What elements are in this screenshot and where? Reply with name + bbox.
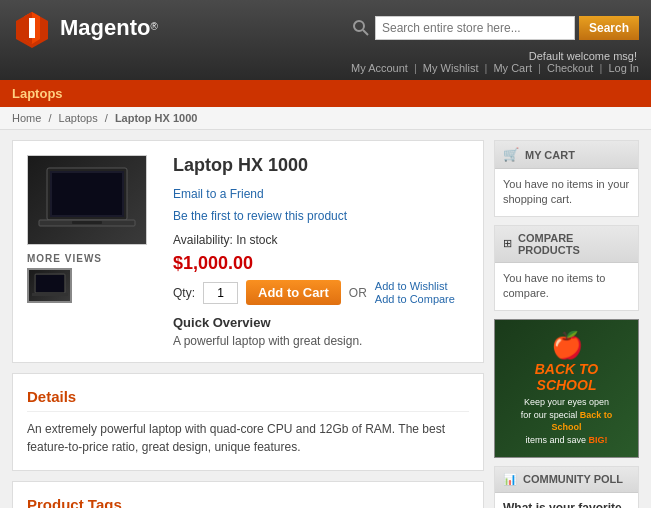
poll-box: 📊 COMMUNITY POLL What is your favorite c… (494, 466, 639, 508)
compare-header: ⊞ COMPARE PRODUCTS (495, 226, 638, 263)
svg-line-5 (363, 30, 368, 35)
header-links: Default welcome msg! My Account | My Wis… (12, 50, 639, 74)
search-icon (353, 20, 369, 36)
svg-rect-3 (29, 18, 35, 38)
my-cart-link[interactable]: My Cart (493, 62, 532, 74)
welcome-msg: Default welcome msg! (529, 50, 637, 62)
header: Magento® Search Default welcome msg! My … (0, 0, 651, 80)
product-layout: MORE VIEWS Laptop HX 1000 Email to a Fri… (27, 155, 469, 348)
cart-icon: 🛒 (503, 147, 519, 162)
poll-content: What is your favorite color Green Red Bl… (495, 493, 638, 508)
svg-rect-12 (36, 275, 64, 292)
more-views-label: MORE VIEWS (27, 253, 157, 264)
main-product-image (27, 155, 147, 245)
my-cart-box: 🛒 MY CART You have no items in your shop… (494, 140, 639, 217)
thumbnail-laptop-icon (31, 272, 69, 300)
quick-overview-title: Quick Overview (173, 315, 469, 330)
svg-point-4 (354, 21, 364, 31)
product-info: Laptop HX 1000 Email to a Friend Be the … (173, 155, 469, 348)
my-cart-content: You have no items in your shopping cart. (495, 169, 638, 216)
breadcrumb-laptops[interactable]: Laptops (59, 112, 98, 124)
promo-title: BACK TO SCHOOL (505, 361, 628, 395)
tags-title: Product Tags (27, 496, 469, 508)
my-wishlist-link[interactable]: My Wishlist (423, 62, 479, 74)
sidebar: 🛒 MY CART You have no items in your shop… (494, 140, 639, 508)
qty-label: Qty: (173, 286, 195, 300)
details-title: Details (27, 388, 469, 405)
product-image-area: MORE VIEWS (27, 155, 157, 348)
logo-text: Magento® (60, 15, 158, 41)
my-cart-header-text: MY CART (525, 149, 575, 161)
search-area: Search (353, 16, 639, 40)
magento-logo-icon (12, 8, 52, 48)
quick-overview: Quick Overview A powerful laptop with gr… (173, 315, 469, 348)
or-text: OR (349, 286, 367, 300)
add-to-wishlist-link[interactable]: Add to Wishlist (375, 280, 455, 292)
details-text: An extremely powerful laptop with quad-c… (27, 420, 469, 456)
main-layout: MORE VIEWS Laptop HX 1000 Email to a Fri… (0, 130, 651, 508)
add-to-compare-link[interactable]: Add to Compare (375, 293, 455, 305)
compare-box: ⊞ COMPARE PRODUCTS You have no items to … (494, 225, 639, 311)
promo-banner[interactable]: 🍎 BACK TO SCHOOL Keep your eyes open for… (494, 319, 639, 458)
quick-overview-text: A powerful laptop with great design. (173, 334, 469, 348)
poll-question: What is your favorite color (503, 501, 630, 508)
breadcrumb-product: Laptop HX 1000 (115, 112, 198, 124)
product-box: MORE VIEWS Laptop HX 1000 Email to a Fri… (12, 140, 484, 363)
details-section: Details An extremely powerful laptop wit… (12, 373, 484, 471)
poll-icon: 📊 (503, 473, 517, 486)
poll-header-text: COMMUNITY POLL (523, 473, 623, 485)
add-to-cart-button[interactable]: Add to Cart (246, 280, 341, 305)
breadcrumb-sep2: / (105, 112, 108, 124)
promo-subtitle: Keep your eyes open for our special Back… (505, 396, 628, 446)
header-top: Magento® Search (12, 8, 639, 48)
poll-header: 📊 COMMUNITY POLL (495, 467, 638, 493)
compare-header-text: COMPARE PRODUCTS (518, 232, 630, 256)
compare-icon: ⊞ (503, 237, 512, 250)
first-review-link[interactable]: Be the first to review this product (173, 206, 469, 228)
checkout-link[interactable]: Checkout (547, 62, 593, 74)
search-input[interactable] (375, 16, 575, 40)
qty-input[interactable] (203, 282, 238, 304)
content-area: MORE VIEWS Laptop HX 1000 Email to a Fri… (12, 140, 484, 508)
category-label: Laptops (12, 86, 63, 101)
product-title: Laptop HX 1000 (173, 155, 469, 176)
tags-section: Product Tags Add Your Tags: Add Tags Use… (12, 481, 484, 508)
my-cart-header: 🛒 MY CART (495, 141, 638, 169)
product-thumbnail[interactable] (27, 268, 72, 303)
laptop-image (37, 163, 137, 238)
category-bar: Laptops (0, 80, 651, 107)
svg-rect-13 (32, 293, 68, 296)
svg-rect-8 (52, 173, 122, 215)
apple-icon: 🍎 (505, 330, 628, 361)
product-price: $1,000.00 (173, 253, 469, 274)
qty-cart-row: Qty: Add to Cart OR Add to Wishlist Add … (173, 280, 469, 305)
svg-rect-10 (72, 221, 102, 224)
my-account-link[interactable]: My Account (351, 62, 408, 74)
search-button[interactable]: Search (579, 16, 639, 40)
wishlist-compare-links: Add to Wishlist Add to Compare (375, 280, 455, 305)
breadcrumb-home[interactable]: Home (12, 112, 41, 124)
compare-content: You have no items to compare. (495, 263, 638, 310)
breadcrumb-sep1: / (48, 112, 51, 124)
email-friend-link[interactable]: Email to a Friend (173, 184, 469, 206)
product-links: Email to a Friend Be the first to review… (173, 184, 469, 227)
log-in-link[interactable]: Log In (608, 62, 639, 74)
logo-area: Magento® (12, 8, 158, 48)
details-divider (27, 411, 469, 412)
availability: Availability: In stock (173, 233, 469, 247)
breadcrumb: Home / Laptops / Laptop HX 1000 (0, 107, 651, 130)
